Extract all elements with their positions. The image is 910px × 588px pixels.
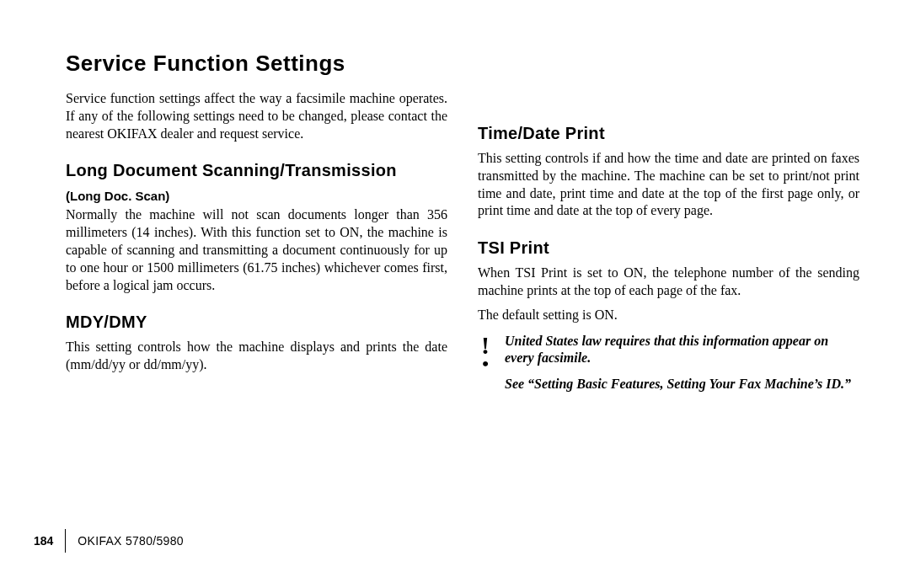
note-line-1: United States law requires that this inf… <box>505 333 859 368</box>
footer-divider <box>65 529 66 553</box>
page-title: Service Function Settings <box>66 51 859 77</box>
page-footer: 184 OKIFAX 5780/5980 <box>34 529 184 553</box>
long-doc-body: Normally the machine will not scan docum… <box>66 206 447 294</box>
page-number: 184 <box>34 534 65 548</box>
time-date-body: This setting controls if and how the tim… <box>478 150 859 220</box>
section-heading-long-doc: Long Document Scanning/Transmission <box>66 161 447 180</box>
mdy-dmy-body: This setting controls how the machine di… <box>66 339 447 374</box>
manual-name: OKIFAX 5780/5980 <box>78 534 183 548</box>
important-note: !• United States law requires that this … <box>478 333 859 402</box>
exclamation-icon: !• <box>478 333 493 369</box>
left-column: Service function settings affect the way… <box>66 90 447 402</box>
section-heading-mdy-dmy: MDY/DMY <box>66 313 447 332</box>
intro-paragraph: Service function settings affect the way… <box>66 90 447 142</box>
tsi-body-1: When TSI Print is set to ON, the telepho… <box>478 265 859 300</box>
right-column: Time/Date Print This setting controls if… <box>478 90 859 402</box>
tsi-body-2: The default setting is ON. <box>478 307 859 324</box>
two-column-layout: Service function settings affect the way… <box>66 90 859 402</box>
subsection-long-doc-scan: (Long Doc. Scan) <box>66 189 447 203</box>
section-heading-tsi-print: TSI Print <box>478 238 859 258</box>
note-text: United States law requires that this inf… <box>505 333 859 402</box>
document-page: Service Function Settings Service functi… <box>0 0 910 588</box>
section-heading-time-date: Time/Date Print <box>478 124 859 143</box>
note-line-2: See “Setting Basic Features, Setting You… <box>505 376 859 393</box>
